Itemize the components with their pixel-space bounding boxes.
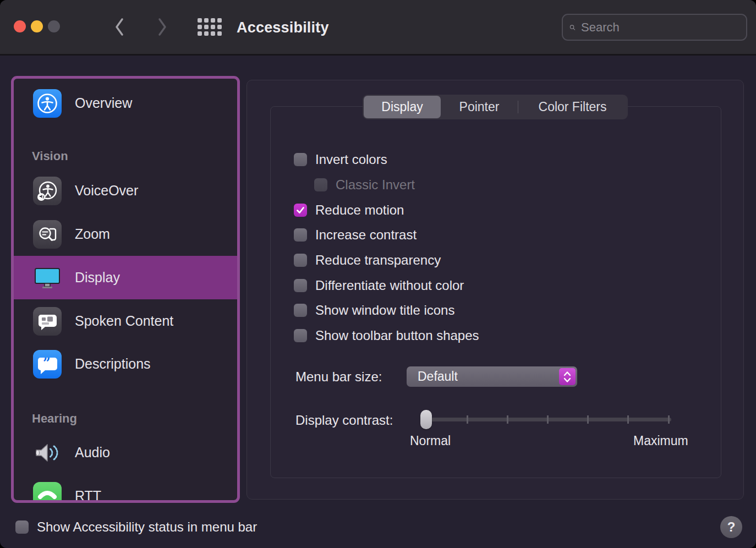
checkbox-show-window-title-icons[interactable] [294, 304, 307, 317]
checkbox-reduce-motion[interactable] [294, 204, 307, 217]
checkbox-classic-invert [314, 178, 327, 191]
slider-tick [668, 415, 670, 424]
title-bar: Accessibility [0, 0, 756, 56]
footer-checkbox-row[interactable]: Show Accessibility status in menu bar [15, 519, 257, 535]
sidebar-item-label: Audio [75, 445, 110, 461]
checkbox-invert-colors[interactable] [294, 153, 307, 166]
tab-color-filters[interactable]: Color Filters [518, 96, 627, 118]
checkbox-row-classic-invert: Classic Invert [314, 177, 415, 193]
checkbox-label: Reduce transparency [315, 253, 441, 268]
checkbox-row-reduce-transparency[interactable]: Reduce transparency [294, 253, 441, 268]
checkmark-icon [295, 205, 305, 215]
slider-max-label: Maximum [633, 434, 688, 448]
display-contrast-slider[interactable] [424, 418, 671, 421]
checkbox-label: Show toolbar button shapes [315, 328, 479, 343]
zoom-icon [33, 220, 62, 249]
checkbox-label: Show window title icons [315, 303, 454, 318]
sidebar-item-audio[interactable]: Audio [14, 431, 237, 474]
sidebar-item-descriptions[interactable]: ” Descriptions [14, 342, 237, 386]
sidebar-item-display[interactable]: Display [14, 256, 237, 299]
sidebar-item-voiceover[interactable]: VoiceOver [14, 169, 237, 212]
search-icon [569, 21, 576, 34]
checkbox-label: Increase contrast [315, 227, 417, 243]
checkbox-row-reduce-motion[interactable]: Reduce motion [294, 202, 404, 218]
close-window-button[interactable] [14, 20, 26, 32]
checkbox-row-show-toolbar-button-shapes[interactable]: Show toolbar button shapes [294, 328, 479, 343]
sidebar-item-label: Zoom [75, 226, 110, 242]
sidebar-item-label: Descriptions [75, 356, 151, 372]
show-all-preferences-button[interactable] [198, 18, 222, 37]
svg-text:”: ” [43, 355, 51, 371]
zoom-window-button [48, 20, 60, 32]
checkbox-label: Reduce motion [315, 202, 404, 218]
checkbox-differentiate-without-color[interactable] [294, 279, 307, 292]
audio-icon [33, 439, 62, 467]
checkbox-show-accessibility-status[interactable] [15, 520, 29, 534]
display-settings-panel: Invert colors Classic Invert Reduce moti… [246, 80, 744, 500]
sidebar-section-vision: Vision [32, 149, 68, 163]
checkbox-label: Differentiate without color [315, 278, 464, 293]
sidebar-item-label: Spoken Content [75, 313, 173, 329]
forward-button[interactable] [154, 17, 171, 37]
sidebar-section-hearing: Hearing [32, 412, 77, 426]
menu-bar-size-value: Default [418, 369, 458, 384]
tab-pointer[interactable]: Pointer [441, 96, 518, 118]
sidebar-item-rtt[interactable]: RTT [14, 474, 237, 503]
sidebar-item-label: Display [75, 270, 120, 286]
chevron-left-icon [113, 17, 125, 37]
sidebar-item-overview[interactable]: Overview [14, 81, 237, 125]
help-button[interactable]: ? [720, 516, 742, 538]
slider-tick [547, 415, 549, 424]
display-contrast-label: Display contrast: [295, 413, 393, 428]
sidebar-item-label: VoiceOver [75, 183, 138, 199]
checkbox-row-differentiate-without-color[interactable]: Differentiate without color [294, 278, 464, 293]
sidebar-item-label: RTT [75, 488, 101, 503]
tab-display[interactable]: Display [364, 96, 441, 118]
voiceover-icon [33, 177, 62, 205]
slider-thumb[interactable] [420, 410, 432, 429]
rtt-icon [33, 482, 62, 503]
sidebar-item-label: Overview [75, 95, 132, 111]
search-input[interactable] [581, 20, 739, 35]
accessibility-preferences-window: Accessibility Overview [0, 0, 756, 548]
slider-tick [587, 415, 589, 424]
spoken-content-icon [33, 307, 62, 336]
sidebar-item-zoom[interactable]: Zoom [14, 212, 237, 256]
checkbox-row-increase-contrast[interactable]: Increase contrast [294, 227, 417, 243]
footer-checkbox-label: Show Accessibility status in menu bar [37, 519, 257, 535]
settings-group-box: Invert colors Classic Invert Reduce moti… [270, 106, 721, 478]
search-field[interactable] [562, 14, 747, 41]
checkbox-show-toolbar-button-shapes[interactable] [294, 329, 307, 342]
slider-min-label: Normal [410, 434, 451, 448]
page-title: Accessibility [237, 0, 329, 56]
sidebar: Overview Vision VoiceOver [11, 76, 240, 503]
question-mark-icon: ? [727, 519, 736, 535]
chevron-up-down-icon [562, 370, 572, 383]
menu-bar-size-label: Menu bar size: [295, 369, 382, 385]
minimize-window-button[interactable] [31, 20, 43, 32]
accessibility-overview-icon [33, 89, 62, 118]
menu-bar-size-popup[interactable]: Default [407, 366, 577, 387]
chevron-right-icon [156, 17, 168, 37]
slider-tick [467, 415, 468, 424]
popup-stepper-cap [559, 368, 576, 385]
sidebar-item-spoken-content[interactable]: Spoken Content [14, 299, 237, 343]
tab-bar: Display Pointer Color Filters [363, 95, 628, 119]
checkbox-reduce-transparency[interactable] [294, 254, 307, 267]
checkbox-increase-contrast[interactable] [294, 228, 307, 242]
descriptions-icon: ” [33, 350, 62, 379]
back-button[interactable] [111, 17, 128, 37]
checkbox-row-show-window-title-icons[interactable]: Show window title icons [294, 303, 454, 318]
slider-tick [627, 415, 629, 424]
slider-tick [507, 415, 508, 424]
checkbox-label: Invert colors [315, 152, 387, 167]
checkbox-row-invert-colors[interactable]: Invert colors [294, 152, 387, 167]
display-icon [33, 264, 62, 292]
checkbox-label: Classic Invert [336, 177, 415, 193]
